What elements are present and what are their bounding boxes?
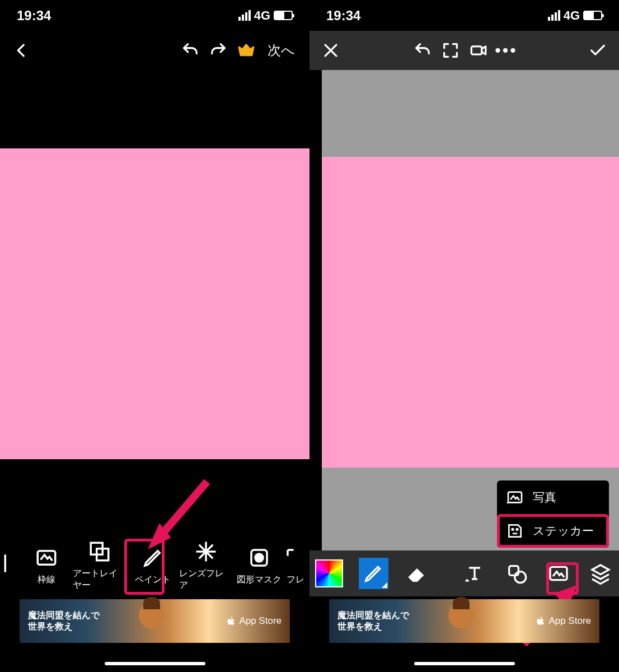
brush-tool[interactable] [359, 558, 388, 589]
close-button[interactable] [320, 39, 342, 62]
svg-point-10 [517, 529, 518, 530]
ad-image [437, 599, 499, 643]
redo-button[interactable] [207, 39, 229, 62]
next-button[interactable]: 次へ [263, 41, 299, 59]
tool-artlayer[interactable]: アートレイヤー [73, 535, 126, 596]
undo-button[interactable] [411, 39, 434, 62]
screenshot-right: 19:34 4G ••• 写真 ステッカー [310, 0, 619, 672]
svg-line-0 [157, 482, 207, 540]
confirm-button[interactable] [587, 39, 609, 62]
canvas[interactable] [0, 148, 310, 459]
svg-point-6 [254, 553, 264, 563]
tool-frame-partial[interactable]: フレ [285, 535, 305, 596]
apple-icon [226, 616, 236, 626]
back-button[interactable] [10, 39, 32, 62]
signal-icon [238, 10, 251, 21]
clock: 19:34 [17, 8, 51, 24]
ad-image [128, 599, 189, 643]
home-indicator[interactable] [414, 662, 515, 665]
clock: 19:34 [326, 8, 360, 24]
ad-banner[interactable]: 魔法同盟を結んで 世界を救え App Store [329, 599, 599, 643]
network-label: 4G [254, 8, 270, 23]
battery-icon [274, 11, 293, 20]
tool-partial[interactable] [0, 535, 20, 596]
tool-border[interactable]: 枠線 [20, 535, 73, 596]
popup-photo[interactable]: 写真 [497, 480, 609, 514]
more-button[interactable]: ••• [495, 39, 518, 62]
eraser-tool[interactable] [404, 559, 430, 587]
svg-point-9 [512, 529, 514, 530]
paint-toolbar [310, 550, 619, 596]
status-bar: 19:34 4G [310, 0, 619, 31]
popup-sticker[interactable]: ステッカー [497, 514, 609, 548]
tool-shapemask[interactable]: 図形マスク [232, 535, 285, 596]
text-tool[interactable] [461, 559, 487, 587]
network-label: 4G [564, 8, 580, 23]
svg-rect-11 [509, 566, 518, 576]
color-picker[interactable] [315, 559, 343, 587]
fullscreen-button[interactable] [439, 39, 462, 62]
toolbar: 次へ [0, 31, 310, 70]
tool-lensflare[interactable]: レンズフレア [179, 535, 232, 596]
signal-icon [548, 10, 560, 21]
toolbar: ••• [310, 31, 619, 70]
ad-banner[interactable]: 魔法同盟を結んで 世界を救え App Store [20, 599, 290, 643]
apple-icon [536, 616, 546, 626]
home-indicator[interactable] [105, 662, 205, 665]
status-bar: 19:34 4G [0, 0, 310, 31]
svg-point-12 [514, 572, 526, 583]
add-image-tool[interactable] [545, 559, 571, 587]
add-popup: 写真 ステッカー [497, 480, 609, 548]
shape-tool[interactable] [503, 559, 529, 587]
crown-icon[interactable] [235, 39, 257, 62]
record-button[interactable] [467, 39, 490, 62]
tool-paint[interactable]: ペイント [126, 535, 179, 596]
svg-rect-7 [471, 46, 481, 54]
screenshot-left: 19:34 4G 次へ 枠線 アートレイヤー ペイント [0, 0, 310, 672]
battery-icon [583, 11, 602, 20]
layers-tool[interactable] [587, 559, 613, 587]
toolstrip: 枠線 アートレイヤー ペイント レンズフレア 図形マスク フレ [0, 535, 310, 596]
canvas[interactable] [322, 157, 619, 468]
undo-button[interactable] [179, 39, 201, 62]
